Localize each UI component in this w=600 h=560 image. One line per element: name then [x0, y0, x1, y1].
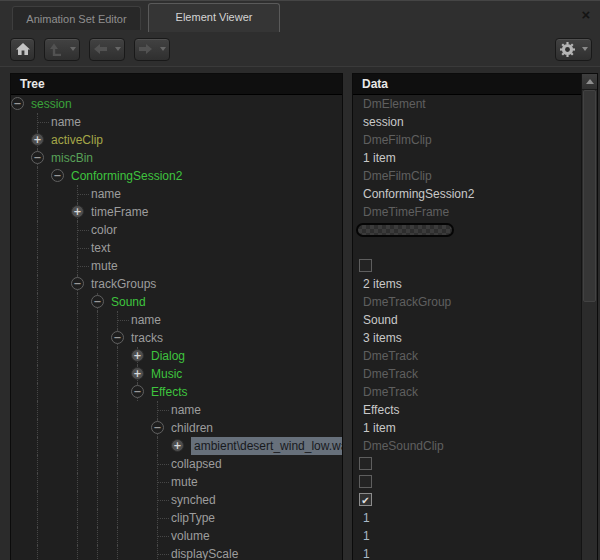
- collapse-icon[interactable]: −: [71, 277, 84, 290]
- home-button[interactable]: [10, 38, 35, 61]
- tree-row[interactable]: mute: [11, 473, 342, 491]
- tree-row[interactable]: name: [11, 401, 342, 419]
- checkbox[interactable]: ✔: [359, 493, 372, 506]
- scrollbar-thumb[interactable]: [583, 90, 596, 302]
- close-icon[interactable]: ×: [577, 6, 595, 24]
- tree-row[interactable]: color: [11, 221, 342, 239]
- element-viewer-content: Tree −sessionname+activeClip−miscBin−Con…: [0, 66, 600, 560]
- tree-row[interactable]: −Sound: [11, 293, 342, 311]
- data-cell-text: Effects: [363, 401, 399, 419]
- data-row: [353, 239, 582, 257]
- tree-row[interactable]: −trackGroups: [11, 275, 342, 293]
- expand-icon[interactable]: +: [131, 349, 144, 362]
- data-cell-text: 1 item: [363, 149, 396, 167]
- tree-row[interactable]: −Effects: [11, 383, 342, 401]
- expand-icon[interactable]: +: [71, 205, 84, 218]
- tree-row[interactable]: −session: [11, 95, 342, 113]
- checkbox[interactable]: [359, 259, 372, 272]
- tab-bar: Animation Set Editor Element Viewer ×: [0, 0, 600, 31]
- checkbox[interactable]: [359, 457, 372, 470]
- up-triangle-icon: [586, 79, 594, 84]
- tree-branch-tick: [157, 554, 169, 555]
- tree-guide-line: [117, 347, 118, 365]
- tree-guide-line: [37, 311, 38, 329]
- tree-row[interactable]: mute: [11, 257, 342, 275]
- tree-node-label: session: [31, 95, 72, 113]
- tree-row[interactable]: −children: [11, 419, 342, 437]
- gear-icon: [559, 41, 576, 58]
- tree-row[interactable]: clipType: [11, 509, 342, 527]
- tree-node-label: color: [91, 221, 117, 239]
- tree-node-label: mute: [171, 473, 198, 491]
- settings-gear-button[interactable]: [555, 38, 592, 61]
- tree-row[interactable]: −miscBin: [11, 149, 342, 167]
- tree-guide-line: [37, 293, 38, 311]
- tree-node-label: Sound: [111, 293, 146, 311]
- up-one-level-button[interactable]: [44, 38, 80, 61]
- tree-row[interactable]: name: [11, 185, 342, 203]
- tree-row[interactable]: volume: [11, 527, 342, 545]
- color-swatch[interactable]: [356, 223, 454, 237]
- expand-icon[interactable]: +: [131, 367, 144, 380]
- tree-node-label: Music: [151, 365, 182, 383]
- collapse-icon[interactable]: −: [151, 421, 164, 434]
- data-cell-text: DmeFilmClip: [363, 167, 432, 185]
- tree-row[interactable]: −tracks: [11, 329, 342, 347]
- data-cell-text: DmeTimeFrame: [363, 203, 449, 221]
- tree-guide-line: [77, 329, 78, 347]
- tree-guide-line: [77, 437, 78, 455]
- tree-row[interactable]: +timeFrame: [11, 203, 342, 221]
- tree-guide-line: [77, 383, 78, 401]
- collapse-icon[interactable]: −: [91, 295, 104, 308]
- tree-row[interactable]: name: [11, 311, 342, 329]
- tree-guide-line: [37, 455, 38, 473]
- collapse-icon[interactable]: −: [111, 331, 124, 344]
- collapse-icon[interactable]: −: [51, 169, 64, 182]
- tree-row[interactable]: name: [11, 113, 342, 131]
- collapse-icon[interactable]: −: [31, 151, 44, 164]
- tree-row[interactable]: displayScale: [11, 545, 342, 560]
- tree-node-label: name: [171, 401, 201, 419]
- data-cell-text: 1: [363, 509, 370, 527]
- vertical-scrollbar[interactable]: [581, 74, 597, 560]
- tree-guide-line: [77, 509, 78, 527]
- tree-guide-line: [37, 221, 38, 239]
- tree-row[interactable]: +Dialog: [11, 347, 342, 365]
- up-arrow-icon: [48, 42, 63, 56]
- tree-guide-line: [157, 437, 158, 455]
- tab-animation-set-editor[interactable]: Animation Set Editor: [12, 6, 141, 31]
- tree-guide-line: [37, 401, 38, 419]
- tree-guide-line: [117, 365, 118, 383]
- tree-guide-line: [77, 545, 78, 560]
- tree-guide-line: [97, 419, 98, 437]
- tree-node-label: activeClip: [51, 131, 103, 149]
- collapse-icon[interactable]: −: [11, 97, 24, 110]
- tree-row[interactable]: +ambient\desert_wind_low.wav: [11, 437, 342, 455]
- tree-row[interactable]: +activeClip: [11, 131, 342, 149]
- tree-row[interactable]: collapsed: [11, 455, 342, 473]
- tree-guide-line: [97, 455, 98, 473]
- left-arrow-icon: [93, 43, 108, 55]
- checkbox[interactable]: [359, 475, 372, 488]
- forward-button[interactable]: [134, 38, 170, 61]
- scrollbar-up-button[interactable]: [582, 74, 597, 90]
- tree-row[interactable]: +Music: [11, 365, 342, 383]
- tree-node-label: mute: [91, 257, 118, 275]
- expand-icon[interactable]: +: [171, 439, 184, 452]
- tree-guide-line: [37, 167, 38, 185]
- tree-row[interactable]: text: [11, 239, 342, 257]
- data-cell-text: 2 items: [363, 275, 402, 293]
- tree-guide-line: [37, 527, 38, 545]
- tree-guide-line: [37, 419, 38, 437]
- tree-guide-line: [117, 419, 118, 437]
- tree-guide-line: [37, 473, 38, 491]
- dropdown-caret-icon: [160, 47, 166, 51]
- tree-guide-line: [37, 185, 38, 203]
- tree-row[interactable]: −ConformingSession2: [11, 167, 342, 185]
- expand-icon[interactable]: +: [31, 133, 44, 146]
- back-button[interactable]: [89, 38, 125, 61]
- tree-row[interactable]: synched: [11, 491, 342, 509]
- collapse-icon[interactable]: −: [131, 385, 144, 398]
- tab-element-viewer[interactable]: Element Viewer: [148, 3, 280, 32]
- tree-guide-line: [37, 509, 38, 527]
